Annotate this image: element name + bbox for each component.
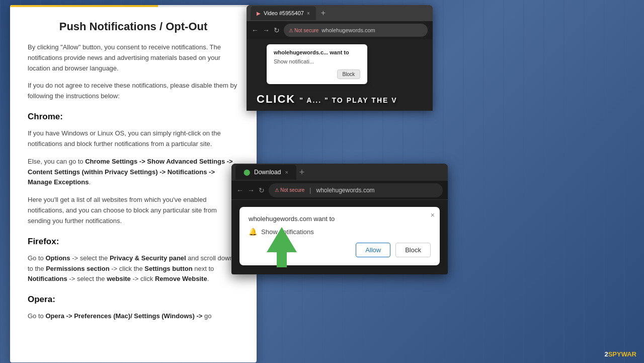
browser-1-reload[interactable]: ↻ bbox=[274, 26, 280, 34]
browser-1-tab-favicon: ▶ bbox=[257, 11, 261, 16]
firefox-website-link[interactable]: website bbox=[107, 275, 131, 282]
intro-paragraph-1: By clicking "Allow" button, you consent … bbox=[28, 42, 239, 74]
play-text: " A... " bbox=[299, 96, 332, 104]
browser-1-address-bar: ← → ↻ ⚠ Not secure wholehugewords.com bbox=[247, 21, 433, 39]
firefox-heading: Firefox: bbox=[28, 235, 239, 248]
browser-2-address-field[interactable]: ⚠ Not secure | wholehugewords.com bbox=[269, 183, 443, 197]
progress-bar-container bbox=[10, 5, 257, 7]
browser-1-back[interactable]: ← bbox=[252, 26, 259, 34]
green-arrow bbox=[267, 227, 297, 267]
click-overlay-text: CLICK " A... " TO PLAY THE V bbox=[257, 93, 423, 106]
browser-1-address-field[interactable]: ⚠ Not secure wholehugewords.com bbox=[284, 24, 428, 37]
browser-1-new-tab[interactable]: + bbox=[319, 9, 328, 18]
firefox-privacy-link[interactable]: Privacy & Security panel bbox=[110, 254, 186, 262]
notif-small-site: wholehugewords.c... want to bbox=[274, 49, 360, 55]
chrome-paragraph-2: Else, you can go to Chrome Settings -> S… bbox=[28, 157, 239, 188]
bell-icon: 🔔 bbox=[249, 228, 257, 236]
browser-window-1: ▶ Video #5955407 × + ← → ↻ ⚠ Not secure … bbox=[247, 5, 433, 111]
chrome-settings-link[interactable]: Chrome Settings -> Show Advanced Setting… bbox=[28, 158, 233, 186]
chrome-paragraph-3: Here you'll get a list of all websites f… bbox=[28, 195, 239, 226]
notif-large-title: wholehugewords.com want to bbox=[249, 215, 431, 223]
browser-2-active-tab[interactable]: ⬤ Download × bbox=[235, 165, 296, 180]
notif-large-close[interactable]: × bbox=[431, 211, 435, 219]
firefox-settings-link[interactable]: Settings button bbox=[144, 265, 192, 272]
browser-1-forward[interactable]: → bbox=[263, 26, 270, 34]
browser-2-tab-label: Download bbox=[254, 169, 281, 176]
browser-1-content: wholehugewords.c... want to Show notific… bbox=[247, 39, 433, 111]
warning-icon: ⚠ bbox=[289, 28, 293, 33]
intro-paragraph-2: If you do not agree to receive these not… bbox=[28, 81, 239, 102]
chrome-heading: Chrome: bbox=[28, 110, 239, 123]
watermark: 2SPYWAR bbox=[604, 350, 636, 358]
browser-2-url: wholehugewords.com bbox=[316, 187, 374, 194]
progress-bar bbox=[10, 5, 158, 7]
allow-button[interactable]: Allow bbox=[356, 243, 390, 257]
browser-2-back[interactable]: ← bbox=[236, 186, 244, 194]
browser-2-not-secure: ⚠ Not secure bbox=[275, 187, 304, 193]
opera-heading: Opera: bbox=[28, 293, 239, 306]
browser-window-2: ⬤ Download × + ← → ↻ ⚠ Not secure | whol… bbox=[231, 164, 448, 274]
notification-popup-small: wholehugewords.c... want to Show notific… bbox=[267, 44, 367, 84]
browser-1-tab-bar: ▶ Video #5955407 × + bbox=[247, 5, 433, 21]
browser-1-url: wholehugewords.com bbox=[321, 27, 375, 33]
opera-settings-link[interactable]: Opera -> Preferences (Mac)/ Settings (Wi… bbox=[45, 312, 202, 320]
browser-2-new-tab[interactable]: + bbox=[299, 167, 305, 178]
browser-2-forward[interactable]: → bbox=[248, 186, 255, 194]
browser-2-tab-bar: ⬤ Download × + bbox=[231, 164, 448, 181]
firefox-paragraph-1: Go to Options -> select the Privacy & Se… bbox=[28, 253, 239, 284]
article-panel: Push Notifications / Opt-Out By clicking… bbox=[10, 5, 257, 362]
browser-2-tab-close[interactable]: × bbox=[285, 169, 288, 175]
block-button[interactable]: Block bbox=[395, 243, 431, 257]
opera-paragraph-1: Go to Opera -> Preferences (Mac)/ Settin… bbox=[28, 311, 239, 322]
browser-1-tab-label: Video #5955407 bbox=[264, 10, 304, 16]
arrow-up-triangle bbox=[267, 227, 297, 252]
firefox-permissions-link[interactable]: Permissions section bbox=[46, 265, 109, 272]
browser-1-not-secure: ⚠ Not secure bbox=[289, 28, 318, 33]
notif-small-buttons: Block bbox=[274, 69, 360, 79]
firefox-remove-link[interactable]: Remove Website bbox=[155, 275, 207, 282]
browser-2-address-bar: ← → ↻ ⚠ Not secure | wholehugewords.com bbox=[231, 181, 448, 200]
warning-icon-2: ⚠ bbox=[275, 187, 279, 193]
browser-2-reload[interactable]: ↻ bbox=[259, 186, 265, 194]
firefox-notifications-link[interactable]: Notifications bbox=[28, 275, 67, 282]
article-body: By clicking "Allow" button, you consent … bbox=[28, 42, 239, 322]
notif-small-show: Show notificati... bbox=[274, 58, 360, 64]
watermark-highlight: SPYWAR bbox=[608, 350, 636, 358]
browser-2-tab-favicon: ⬤ bbox=[244, 169, 250, 176]
article-title: Push Notifications / Opt-Out bbox=[28, 20, 239, 33]
firefox-options-link[interactable]: Options bbox=[45, 254, 70, 262]
chrome-paragraph-1: If you have Windows or Linux OS, you can… bbox=[28, 128, 239, 150]
arrow-shaft bbox=[277, 252, 287, 267]
browser-1-tab-close[interactable]: × bbox=[307, 11, 310, 16]
notif-small-block[interactable]: Block bbox=[337, 69, 360, 79]
browser-1-active-tab[interactable]: ▶ Video #5955407 × bbox=[251, 6, 316, 20]
